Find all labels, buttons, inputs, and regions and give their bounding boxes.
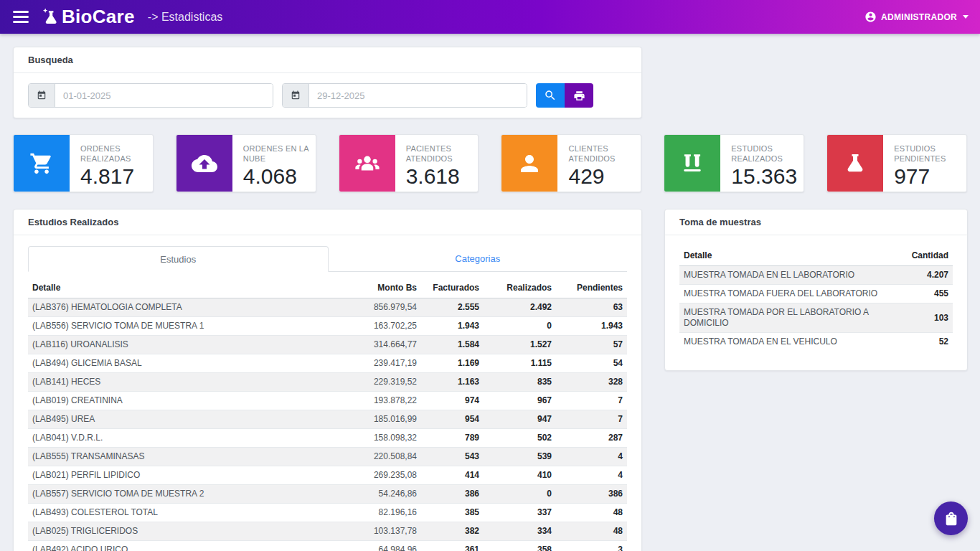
stat-label: ORDENES EN LA NUBE xyxy=(243,143,313,164)
tab-categorias[interactable]: Categorias xyxy=(329,246,628,272)
study-monto: 185.016,99 xyxy=(321,410,421,429)
main-content: Busqueda xyxy=(0,34,980,551)
study-detalle: (LAB492) ACIDO URICO xyxy=(28,541,321,551)
stat-value: 977 xyxy=(894,165,963,188)
study-realizados: 2.492 xyxy=(484,298,556,317)
date-to-input[interactable] xyxy=(309,84,527,107)
study-pendientes: 4 xyxy=(556,466,627,485)
study-pendientes: 4 xyxy=(556,448,627,466)
study-pendientes: 48 xyxy=(556,522,627,541)
col-cantidad: Cantidad xyxy=(888,246,953,266)
sample-cantidad: 52 xyxy=(888,333,953,352)
study-facturados: 974 xyxy=(421,392,484,410)
sample-cantidad: 4.207 xyxy=(888,266,953,285)
col-detalle: Detalle xyxy=(679,246,888,266)
study-monto: 239.417,19 xyxy=(321,354,421,373)
study-detalle: (LAB141) HECES xyxy=(28,373,321,392)
stat-label: PACIENTES ATENDIDOS xyxy=(406,143,476,164)
study-realizados: 947 xyxy=(484,410,556,429)
test-tubes-icon xyxy=(664,135,720,192)
samples-table-body: MUESTRA TOMADA EN EL LABORATORIO 4.207 M… xyxy=(679,266,953,352)
study-row: (LAB556) SERVICIO TOMA DE MUESTRA 1 163.… xyxy=(28,317,627,336)
top-navbar: BioCare -> Estadisticas ADMINISTRADOR xyxy=(0,0,980,34)
study-facturados: 361 xyxy=(421,541,484,551)
stat-card-ordenes-realizadas: ORDENES REALIZADAS 4.817 xyxy=(13,134,154,192)
study-row: (LAB025) TRIGLICERIDOS 103.137,78 382 33… xyxy=(28,522,627,541)
date-from-group xyxy=(28,83,273,108)
search-button[interactable] xyxy=(536,83,565,108)
study-pendientes: 1.943 xyxy=(556,317,627,336)
shopping-bag-icon xyxy=(943,511,959,527)
print-button[interactable] xyxy=(565,83,593,108)
study-row: (LAB021) PERFIL LIPIDICO 269.235,08 414 … xyxy=(28,466,627,485)
study-detalle: (LAB493) COLESTEROL TOTAL xyxy=(28,504,321,522)
study-detalle: (LAB557) SERVICIO TOMA DE MUESTRA 2 xyxy=(28,485,321,504)
study-detalle: (LAB021) PERFIL LIPIDICO xyxy=(28,466,321,485)
study-realizados: 1.527 xyxy=(484,336,556,354)
study-monto: 314.664,77 xyxy=(321,336,421,354)
study-pendientes: 328 xyxy=(556,373,627,392)
study-monto: 229.319,52 xyxy=(321,373,421,392)
brand-logo[interactable]: BioCare xyxy=(40,6,135,28)
stat-value: 15.363 xyxy=(731,165,801,188)
study-row: (LAB141) HECES 229.319,52 1.163 835 328 xyxy=(28,373,627,392)
stat-card-ordenes-nube: ORDENES EN LA NUBE 4.068 xyxy=(176,134,316,192)
study-row: (LAB495) UREA 185.016,99 954 947 7 xyxy=(28,410,627,429)
sample-detalle: MUESTRA TOMADA FUERA DEL LABORATORIO xyxy=(679,285,888,303)
flask-icon xyxy=(827,135,883,192)
user-label: ADMINISTRADOR xyxy=(881,12,957,22)
study-facturados: 382 xyxy=(421,522,484,541)
samples-panel: Toma de muestras Detalle Cantidad xyxy=(664,209,968,371)
user-menu[interactable]: ADMINISTRADOR xyxy=(864,11,969,23)
person-icon xyxy=(501,135,557,192)
search-panel: Busqueda xyxy=(13,47,642,118)
studies-table: Detalle Monto Bs Facturados Realizados P… xyxy=(28,278,627,551)
study-facturados: 1.943 xyxy=(421,317,484,336)
sample-detalle: MUESTRA TOMADA POR EL LABORATORIO A DOMI… xyxy=(679,303,888,333)
study-row: (LAB041) V.D.R.L. 158.098,32 789 502 287 xyxy=(28,429,627,448)
cloud-upload-icon xyxy=(176,135,232,192)
studies-panel-title: Estudios Realizados xyxy=(14,209,641,235)
study-monto: 220.508,84 xyxy=(321,448,421,466)
hamburger-icon xyxy=(13,11,29,13)
study-facturados: 543 xyxy=(421,448,484,466)
study-realizados: 502 xyxy=(484,429,556,448)
sample-detalle: MUESTRA TOMADA EN EL LABORATORIO xyxy=(679,266,888,285)
study-monto: 103.137,78 xyxy=(321,522,421,541)
study-row: (LAB492) ACIDO URICO 64.984,96 361 358 3 xyxy=(28,541,627,551)
stat-label: ORDENES REALIZADAS xyxy=(80,143,150,164)
study-row: (LAB376) HEMATOLOGIA COMPLETA 856.979,54… xyxy=(28,298,627,317)
study-facturados: 1.163 xyxy=(421,373,484,392)
stat-card-estudios-realizados: ESTUDIOS REALIZADOS 15.363 xyxy=(664,134,804,192)
search-panel-title: Busqueda xyxy=(14,47,641,73)
study-detalle: (LAB555) TRANSAMINASAS xyxy=(28,448,321,466)
fab-cart-button[interactable] xyxy=(934,501,968,535)
study-monto: 64.984,96 xyxy=(321,541,421,551)
stat-value: 3.618 xyxy=(406,165,476,188)
stat-label: ESTUDIOS PENDIENTES xyxy=(894,143,963,164)
study-realizados: 539 xyxy=(484,448,556,466)
sample-row: MUESTRA TOMADA EN EL LABORATORIO 4.207 xyxy=(679,266,953,285)
sample-cantidad: 455 xyxy=(888,285,953,303)
study-pendientes: 3 xyxy=(556,541,627,551)
study-realizados: 0 xyxy=(484,485,556,504)
study-realizados: 334 xyxy=(484,522,556,541)
date-from-input[interactable] xyxy=(55,84,273,107)
study-realizados: 358 xyxy=(484,541,556,551)
studies-table-header: Detalle Monto Bs Facturados Realizados P… xyxy=(28,278,627,298)
study-pendientes: 57 xyxy=(556,336,627,354)
stat-card-pacientes: PACIENTES ATENDIDOS 3.618 xyxy=(339,134,479,192)
study-detalle: (LAB019) CREATININA xyxy=(28,392,321,410)
cart-icon xyxy=(14,135,70,192)
study-pendientes: 287 xyxy=(556,429,627,448)
study-row: (LAB557) SERVICIO TOMA DE MUESTRA 2 54.2… xyxy=(28,485,627,504)
menu-button[interactable] xyxy=(11,8,30,26)
stat-card-clientes: CLIENTES ATENDIDOS 429 xyxy=(501,134,641,192)
study-row: (LAB116) UROANALISIS 314.664,77 1.584 1.… xyxy=(28,336,627,354)
tab-estudios[interactable]: Estudios xyxy=(28,246,329,272)
study-facturados: 386 xyxy=(421,485,484,504)
study-realizados: 410 xyxy=(484,466,556,485)
stat-value: 4.068 xyxy=(243,165,313,188)
app-root: BioCare -> Estadisticas ADMINISTRADOR Bu… xyxy=(0,0,980,551)
study-facturados: 385 xyxy=(421,504,484,522)
